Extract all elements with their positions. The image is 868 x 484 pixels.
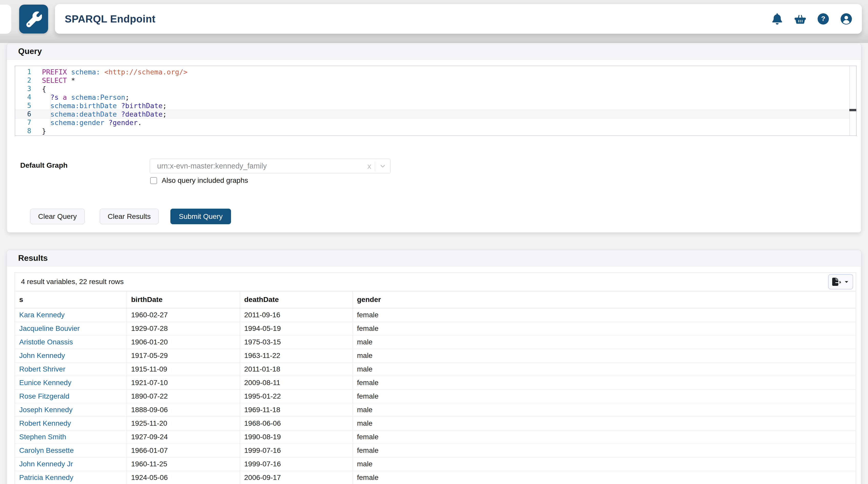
code-text: SELECT *: [42, 76, 75, 85]
results-panel-title: Results: [18, 253, 48, 263]
code-line[interactable]: 2SELECT *: [15, 76, 856, 85]
table-row: Aristotle Onassis1906-01-201975-03-15mal…: [15, 335, 856, 349]
cell-s: Patricia Kennedy: [15, 471, 127, 484]
result-link[interactable]: Kara Kennedy: [19, 311, 64, 319]
clear-query-button[interactable]: Clear Query: [30, 208, 85, 224]
query-panel-header: Query: [7, 43, 861, 60]
header-bar: SPARQL Endpoint ?: [55, 4, 862, 34]
cell-birthDate: 1906-01-20: [127, 335, 240, 349]
code-line[interactable]: 1PREFIX schema: <http://schema.org/>: [15, 68, 856, 76]
cell-birthDate: 1915-11-09: [127, 362, 240, 376]
account-button[interactable]: [840, 13, 852, 25]
clear-selection-icon[interactable]: x: [364, 162, 375, 170]
included-graphs-checkbox[interactable]: [150, 177, 157, 184]
cell-s: Joseph Kennedy: [15, 403, 127, 417]
cell-gender: male: [352, 349, 856, 362]
app-logo[interactable]: [19, 5, 48, 33]
basket-button[interactable]: [794, 13, 806, 25]
results-panel-header: Results: [7, 250, 861, 266]
table-row: Patricia Kennedy1924-05-062006-09-17fema…: [15, 471, 856, 484]
file-export-icon: [832, 277, 841, 286]
result-link[interactable]: Patricia Kennedy: [19, 474, 73, 481]
query-actions: Clear Query Clear Results Submit Query: [30, 208, 231, 224]
cell-gender: male: [352, 417, 856, 430]
line-number: 4: [15, 93, 42, 101]
sparql-code-editor[interactable]: 1PREFIX schema: <http://schema.org/>2SEL…: [15, 66, 857, 136]
cell-s: Eunice Kennedy: [15, 376, 127, 389]
result-link[interactable]: Jacqueline Bouvier: [19, 324, 80, 332]
code-text: ?s a schema:Person;: [42, 93, 129, 101]
default-graph-label: Default Graph: [20, 161, 67, 169]
cell-s: Rose Fitzgerald: [15, 389, 127, 403]
header-icons: ?: [771, 13, 852, 25]
included-graphs-label: Also query included graphs: [162, 176, 248, 185]
cell-birthDate: 1888-09-06: [127, 403, 240, 417]
cell-s: John Kennedy: [15, 349, 127, 362]
result-link[interactable]: Carolyn Bessette: [19, 446, 74, 454]
cell-deathDate: 1990-08-19: [240, 430, 352, 444]
table-row: Carolyn Bessette1966-01-071999-07-16fema…: [15, 444, 856, 457]
code-line[interactable]: 8}: [15, 127, 856, 135]
submit-query-button[interactable]: Submit Query: [170, 208, 231, 224]
table-row: Stephen Smith1927-09-241990-08-19female: [15, 430, 856, 444]
result-link[interactable]: Robert Kennedy: [19, 419, 71, 427]
result-link[interactable]: Rose Fitzgerald: [19, 392, 69, 400]
table-row: Jacqueline Bouvier1929-07-281994-05-19fe…: [15, 322, 856, 335]
cell-birthDate: 1960-11-25: [127, 457, 240, 471]
cell-gender: female: [352, 471, 856, 484]
cell-deathDate: 1963-11-22: [240, 349, 352, 362]
help-button[interactable]: ?: [817, 13, 829, 25]
cell-birthDate: 1960-02-27: [127, 308, 240, 322]
table-row: John Kennedy Jr1960-11-251999-07-16male: [15, 457, 856, 471]
result-link[interactable]: Robert Shriver: [19, 365, 65, 373]
active-line-marker: [849, 109, 856, 111]
notifications-button[interactable]: [771, 13, 783, 25]
cell-gender: male: [352, 403, 856, 417]
column-header-gender: gender: [352, 291, 856, 308]
table-row: Kara Kennedy1960-02-272011-09-16female: [15, 308, 856, 322]
query-panel-title: Query: [18, 46, 42, 56]
cell-birthDate: 1924-05-06: [127, 471, 240, 484]
code-line[interactable]: 6 schema:deathDate ?deathDate;: [15, 110, 856, 118]
wrench-icon: [26, 11, 42, 27]
table-row: Robert Shriver1915-11-092011-01-18male: [15, 362, 856, 376]
cell-gender: female: [352, 389, 856, 403]
cell-deathDate: 1999-07-16: [240, 444, 352, 457]
cell-deathDate: 2006-09-17: [240, 471, 352, 484]
line-number: 5: [15, 101, 42, 110]
clear-results-button[interactable]: Clear Results: [100, 208, 159, 224]
cell-birthDate: 1966-01-07: [127, 444, 240, 457]
result-link[interactable]: Eunice Kennedy: [19, 379, 71, 387]
results-summary: 4 result variables, 22 result rows: [21, 278, 124, 286]
line-number: 1: [15, 68, 42, 76]
result-link[interactable]: John Kennedy: [19, 352, 65, 359]
default-graph-select[interactable]: urn:x-evn-master:kennedy_family x: [150, 159, 391, 173]
results-toolbar: 4 result variables, 22 result rows: [15, 272, 856, 291]
result-link[interactable]: Stephen Smith: [19, 433, 66, 441]
result-link[interactable]: Joseph Kennedy: [19, 406, 73, 414]
editor-annotation-gutter[interactable]: [849, 66, 856, 135]
cell-s: Robert Shriver: [15, 362, 127, 376]
cell-gender: female: [352, 430, 856, 444]
basket-icon: [795, 13, 806, 25]
line-number: 7: [15, 118, 42, 127]
table-row: Rose Fitzgerald1890-07-221995-01-22femal…: [15, 389, 856, 403]
result-link[interactable]: Aristotle Onassis: [19, 338, 73, 346]
cell-s: Aristotle Onassis: [15, 335, 127, 349]
caret-down-icon: [844, 279, 849, 284]
sidebar-toggle-partial[interactable]: [0, 5, 11, 34]
account-icon: [841, 13, 852, 25]
export-results-button[interactable]: [828, 274, 853, 289]
result-link[interactable]: John Kennedy Jr: [19, 460, 73, 468]
cell-gender: male: [352, 457, 856, 471]
code-line[interactable]: 4 ?s a schema:Person;: [15, 93, 856, 101]
code-line[interactable]: 7 schema:gender ?gender.: [15, 118, 856, 127]
code-text: {: [42, 85, 46, 93]
code-text: schema:gender ?gender.: [42, 118, 142, 127]
code-line[interactable]: 5 schema:birthDate ?birthDate;: [15, 101, 856, 110]
line-number: 3: [15, 85, 42, 93]
code-line[interactable]: 3{: [15, 85, 856, 93]
cell-deathDate: 1995-01-22: [240, 389, 352, 403]
cell-gender: female: [352, 376, 856, 389]
chevron-down-icon[interactable]: [375, 163, 391, 170]
